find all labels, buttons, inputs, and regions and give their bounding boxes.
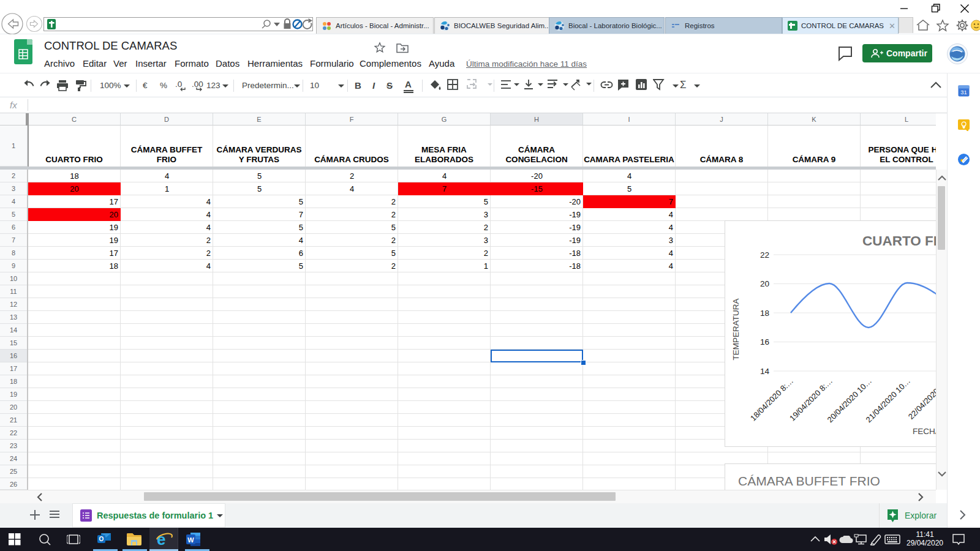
svg-text:18: 18	[760, 309, 769, 318]
svg-text:CUARTO FRIO: CUARTO FRIO	[862, 233, 936, 249]
svg-text:31: 31	[960, 89, 967, 96]
svg-text:16: 16	[760, 337, 769, 347]
svg-text:14: 14	[760, 367, 770, 376]
svg-text:O: O	[99, 536, 104, 542]
svg-text:TEMPERATURA: TEMPERATURA	[731, 298, 741, 360]
svg-text:FECHA: FECHA	[913, 427, 936, 436]
svg-text:W: W	[187, 536, 194, 544]
svg-text:22: 22	[760, 250, 769, 260]
svg-text:20: 20	[760, 279, 769, 288]
